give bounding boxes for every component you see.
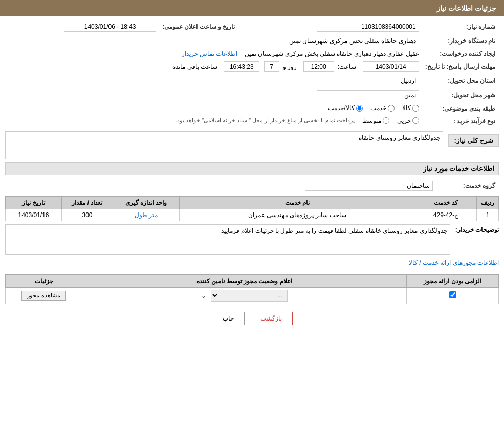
col-tarikh: تاریخ نیاز xyxy=(6,197,62,209)
perm-table: الزامی بودن ارائه مجوز اعلام وضعیت مجوز … xyxy=(5,274,499,304)
sharh-koli-container: جدولگذاری معابر روستای خانقاه xyxy=(5,131,443,159)
mohlat-baghimande-label: ساعت باقی مانده xyxy=(172,63,217,70)
radio-jozvi-label: جزیی xyxy=(397,117,411,124)
taarikh-label: تاریخ و ساعت اعلان عمومی: xyxy=(160,20,252,33)
ostan-label: استان محل تحویل: xyxy=(423,74,498,88)
namDastgah-label: نام دستگاه خریدار: xyxy=(423,34,498,48)
services-table: ردیف کد خدمت نام خدمت واحد اندازه گیری ت… xyxy=(5,196,499,221)
tozihat-container: جدولگذاری معابر روستای خانقاه سفلی لطفا … xyxy=(5,224,450,255)
shahr-label: شهر محل تحویل: xyxy=(423,89,498,102)
page-header: جزئیات اطلاعات نیاز xyxy=(0,0,504,16)
radio-khedmat-input[interactable] xyxy=(388,105,395,112)
perm-elzam-checkbox[interactable] xyxy=(449,291,456,298)
btn-bazgasht[interactable]: بازگشت xyxy=(250,312,293,325)
ijadKonande-value: عقیل عفاری دهیار دهیاری خانقاه سفلی بخش … xyxy=(245,50,419,57)
mohlat-date: 1403/01/14 xyxy=(363,61,419,72)
radio-kala[interactable]: کالا xyxy=(402,104,419,112)
button-row: بازگشت چاپ xyxy=(5,312,499,325)
cell-kod: ج-42-429 xyxy=(415,209,477,221)
mojozha-row: اطلاعات مجوزهای ارائه خدمت / کالا xyxy=(5,259,499,266)
shahr-value: نمین xyxy=(317,90,419,100)
tozihat-text: جدولگذاری معابر روستای خانقاه سفلی لطفا … xyxy=(221,227,447,234)
mohlat-countdown: 16:43:23 xyxy=(224,61,259,72)
tabaqebandi-label: طبقه بندی موضوعی: xyxy=(423,103,498,115)
mohlat-time-label: ساعت: xyxy=(338,63,356,70)
perm-col-joziyat: جزئیات xyxy=(6,275,82,288)
khadamat-header: اطلاعات خدمات مورد نیاز xyxy=(5,162,499,175)
namDastgah-value: دهیاری خانقاه سفلی بخش مرکزی شهرستان نمی… xyxy=(9,36,419,46)
divider1 xyxy=(5,269,499,269)
mohlat-rooz-label: روز و xyxy=(283,63,297,70)
taarikh-cell: 1403/01/06 - 18:43 xyxy=(6,20,159,33)
mohlat-time: 12:00 xyxy=(303,61,334,72)
ostan-value: اردبیل xyxy=(317,76,419,86)
page-container: جزئیات اطلاعات نیاز شماره نیاز: 11031083… xyxy=(0,0,504,448)
perm-elam-select[interactable]: -- xyxy=(211,290,288,302)
mohlat-label: مهلت ارسال پاسخ: تا تاریخ: xyxy=(423,60,498,73)
radio-kala-label: کالا xyxy=(402,104,411,112)
col-radif: ردیف xyxy=(477,197,499,209)
ijadKonande-cell: عقیل عفاری دهیار دهیاری خانقاه سفلی بخش … xyxy=(6,49,422,59)
tabaqebandi-cell: کالا خدمت کالا/خدمت xyxy=(6,103,422,115)
radio-jozvi-input[interactable] xyxy=(412,117,419,124)
shomareNiaz-value: 1103108364000001 xyxy=(317,22,419,32)
main-wrapper: شماره نیاز: 1103108364000001 تاریخ و ساع… xyxy=(0,16,504,338)
col-kod: کد خدمت xyxy=(415,197,477,209)
moshahedeh-mojoz-button[interactable]: مشاهده مجوز xyxy=(21,291,65,301)
table-row: 1 ج-42-429 ساخت سایر پروژه‌های مهندسی عم… xyxy=(6,209,499,221)
grooh-khedmat-cell: ساختمان xyxy=(6,179,435,193)
taarikh-value: 1403/01/06 - 18:43 xyxy=(64,22,156,32)
radio-mottavsat[interactable]: متوسط xyxy=(362,117,389,124)
mohlat-cell: 1403/01/14 ساعت: 12:00 روز و 7 16:43:23 … xyxy=(6,60,422,73)
ettelaatTamas-link[interactable]: اطلاعات تماس خریدار xyxy=(182,50,238,57)
shomareNiaz-cell: 1103108364000001 xyxy=(253,20,422,33)
sharh-koli-value: جدولگذاری معابر روستای خانقاه xyxy=(5,131,443,159)
shomareNiaz-label: شماره نیاز: xyxy=(423,20,498,33)
ijadKonande-label: ایجاد کننده درخواست: xyxy=(423,49,498,59)
cell-tarikh: 1403/01/16 xyxy=(6,209,62,221)
perm-joziyat-cell: مشاهده مجوز xyxy=(6,288,82,304)
perm-col-elam: اعلام وضعیت مجوز توسط نامین کننده xyxy=(82,275,407,288)
tozihat-label: توضیحات خریدار: xyxy=(455,224,499,233)
sharh-koli-row: شرح کلی نیاز: جدولگذاری معابر روستای خان… xyxy=(5,131,499,159)
col-nam: نام خدمت xyxy=(180,197,415,209)
mohlat-rooz-value: 7 xyxy=(264,61,279,72)
grooh-khedmat-label: گروه خدمت: xyxy=(436,179,498,193)
radio-kalaKhedmat-label: کالا/خدمت xyxy=(328,104,354,112)
sharh-koli-label: شرح کلی نیاز: xyxy=(448,134,499,147)
radio-khedmat-label: خدمت xyxy=(370,104,386,112)
permissions-section: الزامی بودن ارائه مجوز اعلام وضعیت مجوز … xyxy=(5,274,499,304)
tozihat-row: توضیحات خریدار: جدولگذاری معابر روستای خ… xyxy=(5,224,499,255)
perm-elam-cell: -- ⌄ xyxy=(82,288,407,304)
radio-kalaKhedmat-input[interactable] xyxy=(356,105,363,112)
tozihat-value: جدولگذاری معابر روستای خانقاه سفلی لطفا … xyxy=(5,224,450,255)
radio-jozvi[interactable]: جزیی xyxy=(397,117,419,124)
col-tedad: تعداد / مقدار xyxy=(62,197,113,209)
radio-mottavsat-input[interactable] xyxy=(383,117,389,124)
radio-mottavsat-label: متوسط xyxy=(362,117,381,124)
sharh-koli-text: جدولگذاری معابر روستای خانقاه xyxy=(359,134,440,141)
grooh-khedmat-table: گروه خدمت: ساختمان xyxy=(5,178,499,194)
noeFarayand-cell: جزیی متوسط پرداخت تمام یا بخشی از مبلغ خ… xyxy=(6,116,422,127)
noe-farayand-note: پرداخت تمام یا بخشی از مبلغ خریدار از مح… xyxy=(176,117,355,124)
btn-chap[interactable]: چاپ xyxy=(212,312,245,325)
noeFarayand-label: نوع فرآیند خرید : xyxy=(423,116,498,127)
perm-elzam-cell xyxy=(407,288,499,304)
shahr-cell: نمین xyxy=(6,89,422,102)
radio-kalaKhedmat[interactable]: کالا/خدمت xyxy=(328,104,362,112)
ostan-cell: اردبیل xyxy=(6,74,422,88)
cell-tedad: 300 xyxy=(62,209,113,221)
header-title: جزئیات اطلاعات نیاز xyxy=(436,4,496,12)
col-vahed: واحد اندازه گیری xyxy=(113,197,180,209)
cell-radif: 1 xyxy=(477,209,499,221)
perm-col-elzam: الزامی بودن ارائه مجوز xyxy=(407,275,499,288)
perm-row: -- ⌄ مشاهده مجوز xyxy=(6,288,499,304)
cell-nam: ساخت سایر پروژه‌های مهندسی عمران xyxy=(180,209,415,221)
namDastgah-cell: دهیاری خانقاه سفلی بخش مرکزی شهرستان نمی… xyxy=(6,34,422,48)
top-info-table: شماره نیاز: 1103108364000001 تاریخ و ساع… xyxy=(5,19,499,128)
mojozha-label[interactable]: اطلاعات مجوزهای ارائه خدمت / کالا xyxy=(409,259,499,266)
radio-kala-input[interactable] xyxy=(412,105,419,112)
grooh-khedmat-value: ساختمان xyxy=(305,181,433,191)
cell-vahed: متر طول xyxy=(113,209,180,221)
radio-khedmat[interactable]: خدمت xyxy=(370,104,395,112)
